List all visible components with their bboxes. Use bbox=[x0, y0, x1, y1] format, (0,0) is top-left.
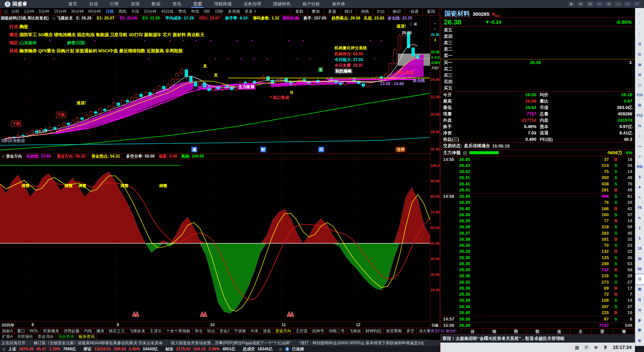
tool-button-复权[interactable]: 复权 bbox=[291, 8, 307, 15]
oscillator-chart[interactable] bbox=[0, 159, 430, 321]
strip-item-日[interactable]: 日 bbox=[635, 274, 644, 285]
indicator-tab-战神号[interactable]: 战神号 bbox=[310, 328, 326, 334]
strip-item-N[interactable]: N bbox=[635, 305, 644, 315]
phone-icon[interactable]: ✆ bbox=[585, 345, 589, 350]
collapse-icon[interactable]: ◎ bbox=[2, 347, 5, 351]
menu-item-自选[interactable]: 自选 bbox=[83, 0, 104, 8]
period-15分钟[interactable]: 15分钟 bbox=[52, 9, 69, 14]
indicator-tab-飞碟妖[interactable]: 飞碟妖 bbox=[347, 328, 363, 334]
period-5分钟[interactable]: 5分钟 bbox=[37, 9, 52, 14]
bid-row[interactable]: 买一26.383 bbox=[440, 59, 635, 66]
ask-row[interactable]: 卖二 bbox=[440, 46, 635, 52]
strip-item-F5[interactable]: F5 bbox=[635, 202, 644, 213]
period-60分钟[interactable]: 60分钟 bbox=[86, 9, 103, 14]
period-5秒[interactable]: 5秒 bbox=[202, 9, 213, 14]
strip-item-≈[interactable]: ≈ bbox=[635, 152, 644, 162]
keyboard-icon[interactable]: ▦ bbox=[575, 345, 579, 350]
strip-item-↑[interactable]: ↑ bbox=[635, 18, 644, 29]
strip-item-$[interactable]: $ bbox=[635, 172, 644, 182]
strip-item-▧[interactable]: ▧ bbox=[635, 69, 644, 80]
indicator-tab-宁波敢[interactable]: 宁波敢 bbox=[232, 328, 249, 334]
alert-icon[interactable]: ♜ bbox=[603, 345, 607, 350]
strip-item-F10[interactable]: F10 bbox=[635, 90, 644, 100]
period-分时[interactable]: 分时 bbox=[9, 9, 21, 14]
strip-item-年[interactable]: 年 bbox=[635, 336, 644, 346]
panel-tab-价[interactable]: 价 bbox=[462, 329, 483, 334]
indicator-tab-十全十美指标[interactable]: 十全十美指标 bbox=[164, 328, 193, 334]
panel-tab-势[interactable]: 势 bbox=[505, 329, 527, 334]
info-tab-板块资讯[interactable]: 板块资讯 bbox=[76, 334, 97, 340]
layout-icon[interactable]: ◫ bbox=[4, 9, 7, 14]
period-日线[interactable]: 日线 bbox=[103, 9, 116, 14]
menu-item-首页[interactable]: 首页 bbox=[62, 0, 83, 8]
strip-item-自[interactable]: 自 bbox=[635, 100, 644, 111]
formula-icon[interactable]: ƒx bbox=[586, 1, 594, 7]
strip-item-fx[interactable]: fx bbox=[635, 121, 644, 131]
period-周线[interactable]: 周线 bbox=[116, 9, 129, 14]
minimize-icon[interactable]: — bbox=[614, 1, 622, 7]
menu-item-数据[interactable]: 数据 bbox=[146, 0, 166, 8]
target-icon[interactable]: ⊕ bbox=[594, 345, 598, 350]
indicator-tab-顶底[interactable]: 顶底 bbox=[261, 328, 273, 334]
strip-item-✚[interactable]: ✚ bbox=[635, 182, 644, 192]
menu-item-理财商城[interactable]: 理财商城 bbox=[208, 0, 237, 8]
period-年线[interactable]: 年线 bbox=[189, 9, 202, 14]
indicator-tab-转点[interactable]: 转点 bbox=[205, 328, 217, 334]
indicator-tab-擒龙[interactable]: 擒龙 bbox=[94, 328, 107, 334]
indicator-tab-资金2[interactable]: 资金2 bbox=[217, 328, 232, 334]
monitor-icon[interactable]: ▭ bbox=[596, 1, 603, 7]
strip-item-F12[interactable]: F12 bbox=[635, 110, 644, 121]
strip-item-←[interactable]: ← bbox=[635, 8, 644, 18]
period-多周期[interactable]: 多周期 bbox=[226, 9, 243, 14]
message-icon[interactable]: ◍ bbox=[568, 1, 575, 7]
info-tab-资金流向[interactable]: 资金流向 bbox=[36, 334, 56, 340]
panel-tab-筹[interactable]: 筹 bbox=[613, 329, 635, 334]
maximize-icon[interactable]: + bbox=[624, 1, 631, 7]
period-45日线[interactable]: 45日线 bbox=[159, 9, 176, 14]
strip-item-↻[interactable]: ↻ bbox=[635, 213, 644, 223]
side-panel-toggle[interactable]: 图文F10 侧连栏 bbox=[430, 328, 460, 334]
list-icon[interactable]: ▤ bbox=[463, 150, 467, 155]
indicator-tab-双紫擒龙[interactable]: 双紫擒龙 bbox=[41, 328, 61, 334]
indicator-tab-主进出[interactable]: 主进出 bbox=[148, 328, 164, 334]
menu-item-资讯[interactable]: 资讯 bbox=[166, 0, 187, 8]
info-tab-扩展A[interactable]: 扩展A bbox=[0, 334, 15, 340]
panel-tab-主[interactable]: 主 bbox=[570, 329, 592, 334]
panel-tab-值[interactable]: 值 bbox=[548, 329, 570, 334]
strip-item-↓[interactable]: ↓ bbox=[635, 28, 644, 39]
indicator-tab-均线[interactable]: 均线 bbox=[82, 328, 94, 334]
indicator-tab-WOL[interactable]: WOL bbox=[28, 328, 41, 334]
menu-item-条件单[interactable]: 条件单 bbox=[326, 0, 351, 8]
indicator-tab-动能二号[interactable]: 动能二号 bbox=[326, 328, 347, 334]
tool-button-画线[interactable]: 画线 bbox=[357, 8, 373, 15]
strip-item-▤[interactable]: ▤ bbox=[635, 39, 644, 49]
globe-icon[interactable]: ◎ bbox=[279, 347, 282, 351]
indicator-tab-主控盘[interactable]: 主控盘 bbox=[293, 328, 310, 334]
strip-item-1[interactable]: 1 bbox=[635, 223, 644, 233]
indicator-tab-游资重舱[interactable]: 游资重舱 bbox=[384, 328, 404, 334]
period-15秒[interactable]: 15秒 bbox=[212, 9, 225, 14]
tool-button-标记[interactable]: 标记 bbox=[388, 8, 405, 15]
strip-item-季[interactable]: 季 bbox=[635, 326, 644, 336]
period-季线[interactable]: 季线 bbox=[176, 9, 189, 14]
indicator-tab-飞碟妖龙[interactable]: 飞碟妖龙 bbox=[127, 328, 148, 334]
strip-item-✎[interactable]: ✎ bbox=[635, 192, 644, 203]
tool-button-返回[interactable]: 返回 bbox=[423, 8, 439, 15]
indicator-tab-财神到踪[interactable]: 财神到踪 bbox=[363, 328, 384, 334]
ask-row[interactable]: 卖三 bbox=[440, 40, 635, 46]
period-1分钟[interactable]: 1分钟 bbox=[21, 9, 37, 14]
menu-item-交易[interactable]: 交易 bbox=[187, 0, 208, 8]
indicator-tab-指标A[interactable]: 指标A bbox=[0, 328, 15, 334]
bid-row[interactable]: 买二 bbox=[440, 66, 635, 72]
indicator-tab-资金方向[interactable]: 资金方向 bbox=[273, 328, 293, 334]
graphic-f10-label[interactable]: 图文F10 bbox=[431, 329, 444, 334]
tool-button-多股[interactable]: 多股 bbox=[324, 8, 340, 15]
strip-item-月[interactable]: 月 bbox=[635, 295, 644, 305]
menu-item-国盛特色[interactable]: 国盛特色 bbox=[267, 0, 297, 8]
ask-row[interactable]: 卖五 bbox=[440, 27, 635, 33]
strip-item-RSI[interactable]: RSI bbox=[635, 162, 644, 172]
strip-item-15[interactable]: 15 bbox=[635, 244, 644, 254]
strip-item-周[interactable]: 周 bbox=[635, 285, 644, 295]
strip-item-30[interactable]: 30 bbox=[635, 254, 644, 264]
bid-row[interactable]: 买三 bbox=[440, 72, 635, 78]
